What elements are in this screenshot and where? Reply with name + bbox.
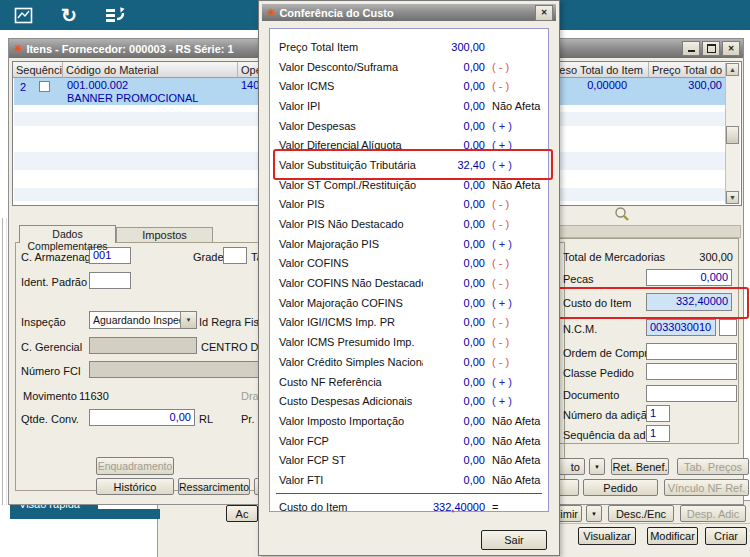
qtde-conv-field[interactable]: 0,00	[89, 409, 195, 426]
total-mercadorias-value: 300,00	[649, 251, 733, 263]
cost-row: Valor ST Compl./Restituição0,00Não Afeta	[270, 175, 548, 195]
tab-precos-button: Tab. Preços	[677, 458, 749, 475]
table-scrollbar[interactable]: ▲ ▼	[725, 63, 740, 204]
cost-panel: Preço Total Item300,00Valor Desconto/Suf…	[269, 28, 549, 512]
ncm-field[interactable]: 0033030010	[646, 319, 716, 336]
ret-benef-button[interactable]: Ret. Benef.	[611, 458, 669, 475]
cost-row: Valor FCP ST0,00Não Afeta	[270, 450, 548, 470]
cell-preco: 300,00	[646, 79, 722, 91]
cost-row: Valor PIS Não Destacado0,00( - )	[270, 214, 548, 234]
custo-item-field[interactable]: 332,40000	[646, 293, 732, 311]
cost-total-row: Custo do Item 332,40000 =	[270, 497, 548, 517]
cost-rows: Preço Total Item300,00Valor Desconto/Suf…	[270, 29, 548, 490]
total-value: 332,40000	[423, 501, 485, 513]
sair-button[interactable]: Sair	[481, 530, 547, 550]
conferencia-custo-dialog: ✳ Conferência do Custo ✕ Preço Total Ite…	[258, 0, 560, 556]
cost-row: Valor FCP0,00Não Afeta	[270, 431, 548, 451]
cell-codigo: 001.000.002	[67, 79, 128, 91]
total-label: Custo do Item	[270, 501, 423, 513]
maximize-button[interactable]	[702, 41, 720, 56]
ordem-compra-label: Ordem de Compra	[563, 347, 654, 359]
scroll-down-icon[interactable]: ▼	[726, 191, 739, 204]
database-undo-icon[interactable]	[103, 5, 129, 25]
cost-row: Valor Crédito Simples Nacional0,00( - )	[270, 352, 548, 372]
tab-dados-complementares[interactable]: Dados Complementares	[19, 225, 116, 243]
grade-label: Grade	[193, 251, 224, 263]
cost-row: Valor Substituição Tributária32,40( + )	[270, 155, 548, 175]
numero-adicao-field[interactable]: 1	[646, 405, 670, 422]
documento-field[interactable]	[646, 385, 737, 402]
vinculo-nf-ref-button: Vínculo NF Ref.	[664, 479, 749, 496]
magnifier-icon[interactable]	[614, 206, 630, 222]
close-button[interactable]: ✕	[722, 41, 740, 56]
ordem-compra-field[interactable]	[646, 343, 737, 360]
app-icon: ✳	[267, 7, 275, 18]
ressarcimento-button[interactable]: Ressarcimento	[178, 478, 250, 495]
total-separator	[276, 493, 542, 494]
dialog-title: Conferência do Custo	[279, 7, 393, 19]
desc-enc-button[interactable]: Desc./Enc	[608, 505, 674, 522]
criar-button[interactable]: Criar	[705, 527, 747, 545]
ncm-ex-field[interactable]	[719, 319, 737, 336]
c-gerencial-field	[89, 337, 197, 354]
cost-row: Preço Total Item300,00	[270, 37, 548, 57]
tab-impostos[interactable]: Impostos	[116, 227, 213, 243]
pedido-button[interactable]: Pedido	[583, 479, 658, 496]
chevron-down-icon[interactable]: ▼	[180, 312, 196, 328]
visualizar-button[interactable]: Visualizar	[578, 527, 636, 545]
scroll-up-icon[interactable]: ▲	[726, 63, 739, 76]
app-icon: ✳	[14, 43, 22, 54]
movimento-label: Movimento	[23, 390, 77, 402]
cost-row: Valor Despesas0,00( + )	[270, 116, 548, 136]
total-suffix: =	[485, 501, 548, 513]
cost-row: Valor Desconto/Suframa0,00( - )	[270, 57, 548, 77]
inspecao-label: Inspeção	[21, 316, 66, 328]
historico-button[interactable]: Histórico	[96, 478, 174, 495]
classe-pedido-label: Classe Pedido	[563, 367, 634, 379]
col-header-sequencia[interactable]: Sequência	[13, 62, 63, 78]
col-header-peso[interactable]: Peso Total do Item	[549, 62, 649, 78]
dialog-titlebar[interactable]: ✳ Conferência do Custo ✕	[262, 4, 556, 21]
minimize-button[interactable]	[682, 41, 700, 56]
cost-row: Valor IGI/ICMS Imp. PR0,00( - )	[270, 313, 548, 333]
c-gerencial-label: C. Gerencial	[21, 341, 82, 353]
background-window-edge	[2, 218, 7, 505]
cost-row: Valor COFINS0,00( - )	[270, 254, 548, 274]
right-panel-strip	[557, 225, 741, 238]
inspecao-select[interactable]: Aguardando Inspeção ▼	[89, 311, 197, 329]
pecas-field[interactable]: 0,000	[646, 269, 732, 286]
cost-row: Valor ICMS Presumido Imp.0,00( - )	[270, 332, 548, 352]
cost-row: Valor ICMS0,00( - )	[270, 76, 548, 96]
classe-pedido-field[interactable]	[646, 363, 737, 380]
ident-padrao-label: Ident. Padrão	[21, 276, 87, 288]
modificar-button[interactable]: Modificar	[647, 527, 698, 545]
pecas-label: Pecas	[563, 273, 594, 285]
dialog-close-icon[interactable]: ✕	[535, 5, 553, 21]
refresh-icon[interactable]: ↻	[61, 4, 77, 27]
cost-row: Custo Despesas Adicionais0,00( + )	[270, 391, 548, 411]
cost-row: Valor COFINS Não Destacado0,00( - )	[270, 273, 548, 293]
col-header-preco[interactable]: Preço Total do Item	[649, 62, 726, 78]
ac-button-fragment[interactable]: Ac	[226, 505, 258, 522]
scrollbar-thumb[interactable]	[726, 126, 739, 144]
cost-row: Valor Diferencial Alíquota0,00( + )	[270, 135, 548, 155]
cell-sequencia: 2	[20, 81, 26, 93]
imprimir-dropdown-button[interactable]: ▼	[586, 505, 602, 522]
to-dropdown-button[interactable]: ▼	[589, 458, 605, 475]
cost-row: Valor Imposto Importação0,00Não Afeta	[270, 411, 548, 431]
sequencia-adicao-field[interactable]: 1	[646, 425, 670, 442]
ident-padrao-field[interactable]	[89, 272, 131, 289]
tab-visao-rapida[interactable]: Visão rápida	[10, 503, 98, 519]
row-checkbox[interactable]	[39, 81, 50, 92]
chart-frame-icon[interactable]	[14, 6, 33, 25]
numero-adicao-label: Número da adição	[563, 409, 653, 421]
movimento-value: 11630	[79, 390, 109, 402]
qtde-conv-unit: RL	[199, 413, 213, 425]
enquadramento-button: Enquadramento	[96, 457, 174, 475]
custo-item-label: Custo do Item	[563, 297, 631, 309]
grade-field[interactable]	[223, 247, 247, 264]
qtde-conv-label: Qtde. Conv.	[21, 413, 79, 425]
numero-fci-label: Número FCI	[21, 365, 81, 377]
ncm-label: N.C.M.	[563, 323, 597, 335]
col-header-codigo[interactable]: Código do Material	[63, 62, 238, 78]
